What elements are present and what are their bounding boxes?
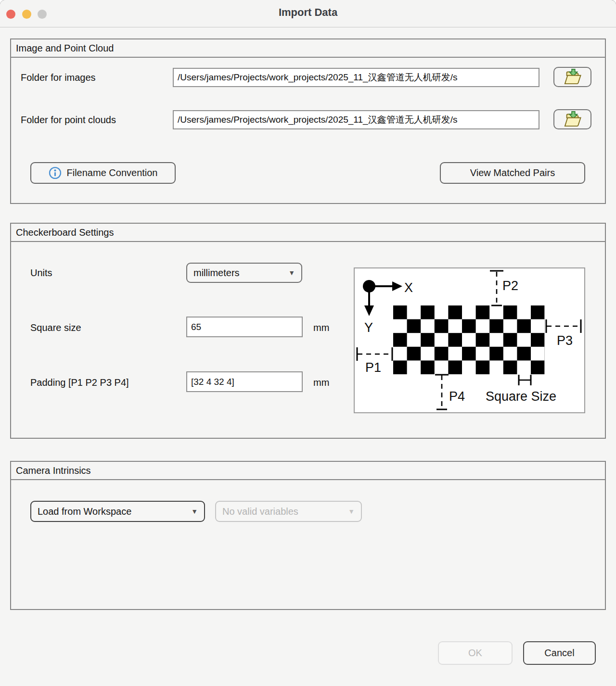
section-camera-intrinsics: Camera Intrinsics Load from Workspace ▼ …	[10, 461, 606, 610]
ok-button-label: OK	[468, 648, 482, 659]
y-axis-label: Y	[364, 320, 373, 335]
window-title: Import Data	[0, 6, 616, 19]
p2-label: P2	[502, 279, 518, 293]
intrinsics-source-dropdown[interactable]: Load from Workspace ▼	[30, 501, 205, 522]
open-folder-icon	[563, 110, 583, 129]
info-icon	[49, 166, 62, 179]
view-matched-pairs-button[interactable]: View Matched Pairs	[440, 162, 585, 184]
section-image-point-cloud: Image and Point Cloud Folder for images …	[10, 38, 606, 204]
square-size-diagram-label: Square Size	[486, 389, 556, 404]
filename-convention-label: Filename Convention	[67, 167, 158, 178]
folder-images-label: Folder for images	[21, 72, 96, 83]
units-dropdown[interactable]: millimeters ▼	[186, 263, 302, 283]
square-size-unit: mm	[313, 322, 329, 333]
cancel-button[interactable]: Cancel	[523, 641, 596, 665]
checkerboard-pattern	[393, 305, 545, 374]
open-folder-icon	[563, 68, 583, 87]
import-data-dialog: Import Data Image and Point Cloud Folder…	[0, 0, 616, 686]
p3-label: P3	[557, 333, 573, 348]
section-checkerboard-settings: Checkerboard Settings Units millimeters …	[10, 223, 606, 439]
browse-images-button[interactable]	[553, 67, 591, 87]
units-label: Units	[30, 267, 52, 279]
x-axis-arrow-icon	[392, 281, 402, 291]
units-dropdown-value: millimeters	[193, 267, 240, 279]
intrinsics-variable-dropdown: No valid variables ▼	[215, 501, 362, 522]
y-axis-arrow-icon	[364, 305, 374, 316]
p4-label: P4	[449, 389, 465, 404]
padding-input[interactable]	[186, 371, 303, 392]
browse-pointclouds-button[interactable]	[553, 109, 591, 129]
cancel-button-label: Cancel	[544, 648, 574, 659]
folder-images-input[interactable]	[173, 68, 539, 87]
square-size-input[interactable]	[186, 317, 303, 337]
padding-unit: mm	[313, 377, 329, 388]
folder-pointclouds-input[interactable]	[173, 110, 539, 129]
filename-convention-button[interactable]: Filename Convention	[30, 162, 176, 184]
x-axis-label: X	[404, 280, 413, 295]
view-matched-pairs-label: View Matched Pairs	[470, 167, 555, 178]
chevron-down-icon: ▼	[191, 508, 198, 515]
square-size-label: Square size	[30, 322, 81, 333]
chevron-down-icon: ▼	[288, 269, 295, 276]
chevron-down-icon: ▼	[348, 508, 355, 515]
padding-label: Padding [P1 P2 P3 P4]	[30, 377, 129, 388]
section-title: Checkerboard Settings	[11, 224, 605, 242]
ok-button[interactable]: OK	[438, 641, 513, 665]
folder-pointclouds-label: Folder for point clouds	[21, 114, 116, 126]
checkerboard-diagram: X Y P2 P3 P1	[354, 267, 585, 413]
title-bar: Import Data	[0, 0, 616, 27]
p1-label: P1	[365, 360, 381, 375]
section-title: Camera Intrinsics	[11, 462, 605, 480]
intrinsics-source-value: Load from Workspace	[38, 506, 131, 517]
section-title: Image and Point Cloud	[11, 39, 605, 58]
intrinsics-variable-value: No valid variables	[222, 506, 298, 517]
